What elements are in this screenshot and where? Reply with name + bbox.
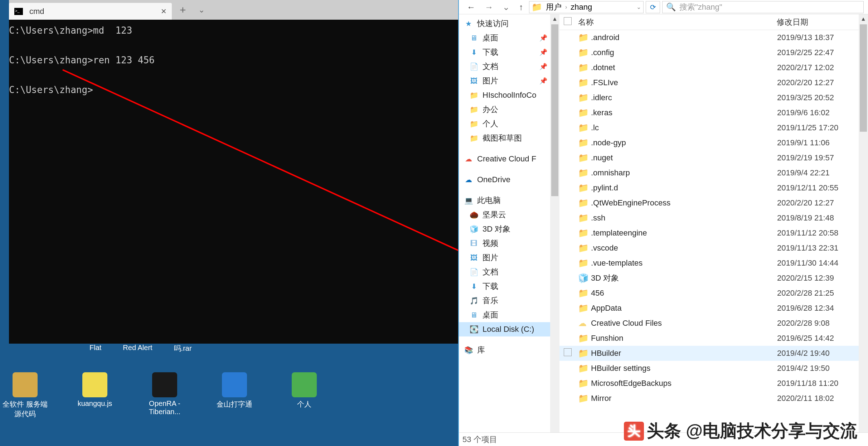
file-row[interactable]: 📁HBuilder settings2019/4/2 19:50 (559, 361, 859, 376)
chevron-down-icon[interactable]: ⌄ (636, 4, 641, 10)
cmd-icon (14, 8, 23, 15)
nav-item[interactable]: 💽Local Disk (C:) (459, 322, 550, 336)
nav-label: OneDrive (477, 175, 510, 184)
folder-icon: 🧊 (470, 225, 478, 233)
nav-item[interactable]: 📄文档📌 (459, 59, 550, 74)
nav-scrollbar[interactable]: ▲ ▼ (550, 14, 559, 446)
nav-item[interactable]: 🎵音乐 (459, 294, 550, 308)
nav-item[interactable]: 🌰坚果云 (459, 208, 550, 222)
desktop-label[interactable]: 吗.rar (174, 344, 192, 353)
file-row[interactable]: 📁.omnisharp2019/9/4 22:21 (559, 165, 859, 180)
breadcrumb-segment[interactable]: 用户 (544, 2, 563, 13)
terminal-tab[interactable]: cmd × (9, 3, 172, 20)
new-tab-button[interactable]: + (172, 4, 194, 16)
file-row[interactable]: 📁.QtWebEngineProcess2020/2/20 12:27 (559, 195, 859, 210)
nav-item[interactable]: 🧊3D 对象 (459, 222, 550, 236)
nav-item[interactable]: 📚库 (459, 343, 550, 357)
desktop-icon[interactable]: 个人 (279, 372, 329, 419)
file-row[interactable]: 📁MicrosoftEdgeBackups2019/11/18 11:20 (559, 376, 859, 391)
list-scrollbar[interactable]: ▲ ▼ (859, 14, 868, 446)
file-row[interactable]: 📁.android2019/9/13 18:37 (559, 30, 859, 45)
navigation-pane: ★快速访问🖥桌面📌⬇下载📌📄文档📌🖼图片📌📁HIschoolInfoCo📁办公📁… (459, 14, 550, 446)
folder-icon: 🧊 (578, 273, 591, 283)
file-row[interactable]: 📁.pylint.d2019/12/11 20:55 (559, 180, 859, 195)
nav-item[interactable]: 📁截图和草图 (459, 131, 550, 145)
nav-item[interactable]: 🖥桌面📌 (459, 31, 550, 45)
file-name: .keras (591, 108, 777, 117)
nav-item[interactable]: 📁办公 (459, 102, 550, 117)
file-row[interactable]: 📁HBuilder2019/4/2 19:40 (559, 346, 859, 361)
file-row[interactable]: 📁4562020/2/28 21:25 (559, 286, 859, 301)
tab-dropdown-icon[interactable]: ⌄ (194, 5, 209, 15)
file-row[interactable]: 📁.vscode2019/11/13 22:31 (559, 241, 859, 256)
file-name: .nuget (591, 153, 777, 163)
file-row[interactable]: 📁Funshion2019/6/25 14:42 (559, 331, 859, 346)
watermark: 头 头条 @电脑技术分享与交流 (624, 420, 857, 442)
terminal-body[interactable]: C:\Users\zhang>md 123 C:\Users\zhang>ren… (9, 20, 458, 344)
file-name: .QtWebEngineProcess (591, 198, 777, 208)
nav-item[interactable]: ★快速访问 (459, 16, 550, 31)
desktop-label[interactable]: Red Alert (123, 344, 152, 353)
up-button[interactable]: ↑ (515, 2, 527, 12)
app-icon (152, 372, 177, 397)
file-row[interactable]: 📁.config2019/2/25 22:47 (559, 45, 859, 60)
file-row[interactable]: 📁.FSLIve2020/2/20 12:27 (559, 75, 859, 90)
file-row[interactable]: 📁.ssh2019/8/19 21:48 (559, 210, 859, 226)
file-row[interactable]: 📁.nuget2019/2/19 19:57 (559, 150, 859, 165)
folder-icon: 📁 (578, 108, 591, 118)
status-text: 53 个项目 (462, 434, 497, 445)
nav-item[interactable]: ⬇下载 (459, 279, 550, 294)
address-bar[interactable]: 📁 用户 › zhang ⌄ (529, 1, 644, 13)
nav-label: 库 (477, 345, 485, 355)
scroll-thumb[interactable] (551, 24, 558, 196)
select-all-checkbox[interactable] (564, 17, 572, 25)
file-name: .dotnet (591, 63, 777, 72)
nav-item[interactable]: 💻此电脑 (459, 193, 550, 208)
nav-item[interactable]: 🎞视频 (459, 236, 550, 251)
file-row[interactable]: 📁.lc2019/11/25 17:20 (559, 120, 859, 135)
file-name: Mirror (591, 394, 777, 403)
file-row[interactable]: 🧊3D 对象2020/2/15 12:39 (559, 271, 859, 286)
nav-item[interactable]: 🖥桌面 (459, 308, 550, 322)
file-row[interactable]: 📁AppData2019/6/28 12:34 (559, 301, 859, 316)
file-row[interactable]: 📁.idlerc2019/3/25 20:52 (559, 90, 859, 105)
close-icon[interactable]: × (161, 6, 166, 17)
desktop-label[interactable]: Flat (89, 344, 101, 353)
desktop-icon[interactable]: 全软件 服务端源代码 (0, 372, 50, 419)
search-input[interactable]: 🔍 搜索"zhang" (662, 1, 864, 13)
row-checkbox[interactable] (564, 348, 572, 356)
nav-item[interactable]: 📁个人 (459, 117, 550, 131)
desktop-icon[interactable]: 金山打字通 (209, 372, 260, 419)
file-row[interactable]: 📁.dotnet2020/2/17 12:02 (559, 60, 859, 75)
nav-item[interactable]: 🖼图片 (459, 251, 550, 265)
nav-item[interactable]: 📁HIschoolInfoCo (459, 88, 550, 102)
desktop-icon[interactable]: kuangqu.js (70, 372, 120, 419)
file-row[interactable]: 📁.node-gyp2019/9/1 11:06 (559, 135, 859, 150)
nav-item[interactable]: 🖼图片📌 (459, 74, 550, 88)
search-icon: 🔍 (666, 3, 676, 12)
file-row[interactable]: 📁.keras2019/9/6 16:02 (559, 105, 859, 120)
refresh-button[interactable]: ⟳ (646, 1, 660, 13)
forward-button[interactable]: → (481, 2, 497, 12)
column-date[interactable]: 修改日期 (777, 17, 859, 28)
file-name: HBuilder settings (591, 364, 777, 373)
folder-icon: 📁 (470, 105, 478, 114)
file-date: 2019/2/19 19:57 (777, 153, 859, 163)
scroll-thumb[interactable] (860, 24, 867, 132)
nav-item[interactable]: ⬇下载📌 (459, 45, 550, 59)
scroll-up-icon[interactable]: ▲ (550, 14, 559, 24)
nav-item[interactable]: ☁Creative Cloud F (459, 152, 550, 166)
file-row[interactable]: 📁.templateengine2019/11/12 20:58 (559, 226, 859, 241)
column-name[interactable]: 名称 (578, 17, 777, 28)
desktop-icon[interactable]: OpenRA - Tiberian... (140, 372, 190, 419)
nav-item[interactable]: 📄文档 (459, 265, 550, 279)
file-row[interactable]: ☁Creative Cloud Files2020/2/28 9:08 (559, 316, 859, 331)
chevron-down-icon[interactable]: ⌄ (499, 2, 513, 12)
breadcrumb-segment[interactable]: zhang (569, 3, 593, 12)
back-button[interactable]: ← (463, 2, 479, 12)
search-placeholder: 搜索"zhang" (679, 2, 722, 13)
file-row[interactable]: 📁Mirror2020/2/11 18:02 (559, 391, 859, 406)
scroll-up-icon[interactable]: ▲ (859, 14, 868, 24)
nav-item[interactable]: ☁OneDrive (459, 173, 550, 187)
file-row[interactable]: 📁.vue-templates2019/11/30 14:44 (559, 256, 859, 271)
